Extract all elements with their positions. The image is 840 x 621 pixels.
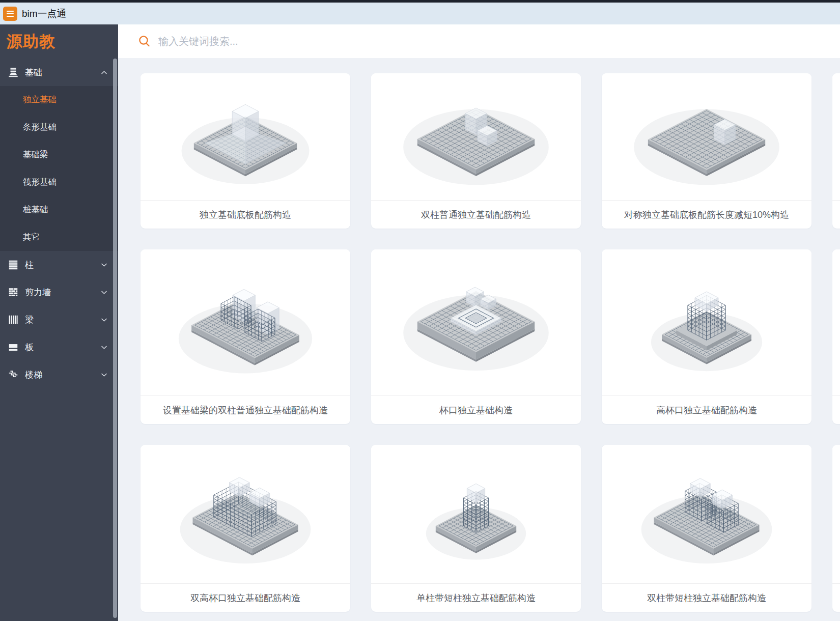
model-card-title: [832, 200, 840, 229]
chevron-down-icon: [100, 316, 108, 324]
model-card-partial[interactable]: [832, 249, 840, 424]
chevron-down-icon: [100, 344, 108, 351]
chevron-down-icon: [100, 371, 108, 379]
sidebar-item-foundation[interactable]: 基础: [0, 59, 118, 86]
window-top-strip: [0, 0, 840, 3]
model-card-partial[interactable]: [832, 445, 840, 612]
model-card-5[interactable]: 杯口独立基础构造: [371, 249, 581, 424]
sidebar-subitem-pile-foundation[interactable]: 桩基础: [0, 196, 118, 223]
card-grid: 独立基础底板配筋构造 双柱普通独立基础配筋构造 对称独立基础底板配筋长度减短10…: [118, 58, 840, 612]
submenu-item-label: 基础梁: [23, 149, 48, 160]
sidebar-subitem-independent-foundation[interactable]: 独立基础: [0, 86, 118, 114]
card-row-3: 双高杯口独立基础配筋构造 单柱带短柱独立基础配筋构造 双柱带短柱独立基础配筋构造: [141, 445, 840, 612]
model-card-title: 双高杯口独立基础配筋构造: [141, 583, 350, 612]
double-tall-cup-cage-thumbnail: [141, 445, 350, 583]
sidebar-item-label: 柱: [25, 259, 100, 271]
main-content: 独立基础底板配筋构造 双柱普通独立基础配筋构造 对称独立基础底板配筋长度减短10…: [118, 24, 840, 621]
search-input[interactable]: [158, 36, 515, 47]
model-card-7[interactable]: 双高杯口独立基础配筋构造: [141, 445, 350, 612]
foundation-icon: [8, 67, 19, 78]
model-card-1[interactable]: 独立基础底板配筋构造: [141, 73, 350, 229]
app-bar: bim一点通: [0, 3, 840, 24]
model-card-3[interactable]: 对称独立基础底板配筋长度减短10%构造: [602, 73, 811, 229]
model-thumbnail: [832, 445, 840, 583]
chevron-down-icon: [100, 289, 108, 296]
model-card-title: 设置基础梁的双柱普通独立基础配筋构造: [141, 396, 350, 424]
model-card-title: [832, 583, 840, 612]
search-bar: [118, 24, 840, 58]
footing-beam-two-cages-thumbnail: [141, 249, 350, 396]
brand-logo: 源助教: [0, 24, 118, 59]
flat-footing-two-columns-thumbnail: [371, 73, 581, 200]
tall-cup-cage-thumbnail: [602, 249, 811, 396]
card-row-2: 设置基础梁的双柱普通独立基础配筋构造 杯口独立基础构造 高杯口独立基础配筋构造: [141, 249, 840, 424]
sidebar-item-label: 楼梯: [25, 369, 100, 381]
sidebar-scrollbar[interactable]: [113, 59, 117, 618]
slab-icon: [8, 342, 19, 353]
search-icon: [138, 35, 151, 48]
model-card-6[interactable]: 高杯口独立基础配筋构造: [602, 249, 811, 424]
single-short-column-cage-thumbnail: [371, 445, 581, 583]
sidebar-subitem-other[interactable]: 其它: [0, 223, 118, 251]
cup-footing-thumbnail: [371, 249, 581, 396]
model-card-title: 高杯口独立基础配筋构造: [602, 396, 811, 424]
submenu-item-label: 筏形基础: [23, 177, 57, 188]
chevron-up-icon: [100, 69, 108, 76]
sidebar-menu: 基础 独立基础 条形基础 基础梁 筏形基础 桩基础 其它 柱 剪力墙 梁 板: [0, 59, 118, 388]
sidebar-item-beam[interactable]: 梁: [0, 306, 118, 333]
sidebar-item-shear-wall[interactable]: 剪力墙: [0, 278, 118, 306]
submenu-foundation: 独立基础 条形基础 基础梁 筏形基础 桩基础 其它: [0, 86, 118, 251]
column-icon: [8, 259, 19, 270]
double-short-column-cage-thumbnail: [602, 445, 811, 583]
model-thumbnail: [832, 249, 840, 396]
model-card-title: 杯口独立基础构造: [371, 396, 581, 424]
model-card-title: 对称独立基础底板配筋长度减短10%构造: [602, 200, 811, 229]
sidebar-subitem-raft-foundation[interactable]: 筏形基础: [0, 168, 118, 196]
submenu-item-label: 条形基础: [23, 122, 57, 133]
sidebar-subitem-foundation-beam[interactable]: 基础梁: [0, 141, 118, 168]
beam-icon: [8, 314, 19, 325]
model-card-8[interactable]: 单柱带短柱独立基础配筋构造: [371, 445, 581, 612]
submenu-item-label: 桩基础: [23, 204, 48, 215]
card-row-1: 独立基础底板配筋构造 双柱普通独立基础配筋构造 对称独立基础底板配筋长度减短10…: [141, 73, 840, 229]
submenu-item-label: 其它: [23, 232, 40, 243]
model-card-title: 单柱带短柱独立基础配筋构造: [371, 583, 581, 612]
sidebar-item-slab[interactable]: 板: [0, 333, 118, 361]
model-thumbnail: [832, 73, 840, 200]
shear-wall-icon: [8, 287, 19, 298]
app-title: bim一点通: [22, 7, 67, 20]
model-card-title: 双柱带短柱独立基础配筋构造: [602, 583, 811, 612]
model-card-title: 独立基础底板配筋构造: [141, 200, 350, 229]
chevron-down-icon: [100, 261, 108, 269]
sidebar-item-column[interactable]: 柱: [0, 251, 118, 278]
sidebar-subitem-strip-foundation[interactable]: 条形基础: [0, 114, 118, 141]
sidebar-item-stairs[interactable]: 楼梯: [0, 361, 118, 388]
app-logo-icon: [3, 7, 17, 21]
model-card-4[interactable]: 设置基础梁的双柱普通独立基础配筋构造: [141, 249, 350, 424]
stairs-icon: [8, 369, 19, 380]
sidebar-item-label: 基础: [25, 67, 100, 78]
sidebar-item-label: 梁: [25, 314, 100, 326]
sidebar-item-label: 剪力墙: [25, 287, 100, 298]
model-card-2[interactable]: 双柱普通独立基础配筋构造: [371, 73, 581, 229]
submenu-item-label: 独立基础: [23, 94, 57, 105]
flat-footing-one-column-thumbnail: [602, 73, 811, 200]
model-card-title: [832, 396, 840, 424]
model-card-9[interactable]: 双柱带短柱独立基础配筋构造: [602, 445, 811, 612]
sidebar-item-label: 板: [25, 342, 100, 353]
model-card-partial[interactable]: [832, 73, 840, 229]
pyramid-footing-single-column-thumbnail: [141, 73, 350, 200]
sidebar: 源助教 基础 独立基础 条形基础 基础梁 筏形基础 桩基础 其它 柱 剪力墙 梁: [0, 24, 118, 621]
model-card-title: 双柱普通独立基础配筋构造: [371, 200, 581, 229]
